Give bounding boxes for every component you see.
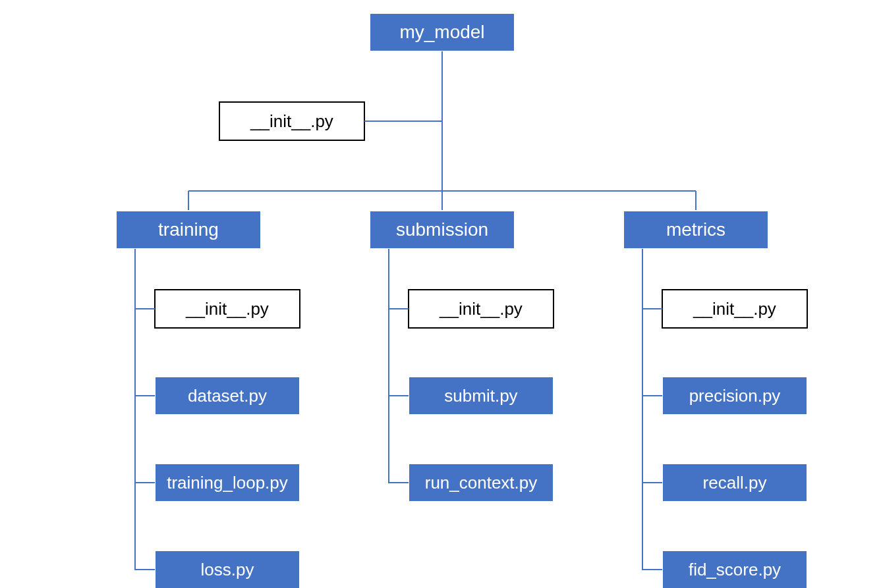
file-metrics-0-label: precision.py <box>689 386 781 406</box>
file-training-2: loss.py <box>155 550 300 588</box>
file-metrics-init-label: __init__.py <box>693 299 776 319</box>
file-training-0-label: dataset.py <box>188 386 267 406</box>
folder-submission: submission <box>370 211 515 249</box>
file-metrics-1: recall.py <box>662 464 807 502</box>
folder-training: training <box>116 211 261 249</box>
file-metrics-2-label: fid_score.py <box>689 560 781 579</box>
file-root-init-label: __init__.py <box>250 111 333 131</box>
file-metrics-2: fid_score.py <box>662 550 807 588</box>
file-submission-init: __init__.py <box>409 290 554 328</box>
file-submission-init-label: __init__.py <box>439 299 523 319</box>
folder-training-label: training <box>158 219 219 240</box>
folder-root-label: my_model <box>399 22 484 42</box>
file-training-0: dataset.py <box>155 377 300 415</box>
folder-metrics-label: metrics <box>666 219 725 240</box>
file-training-init: __init__.py <box>155 290 300 328</box>
file-root-init: __init__.py <box>219 102 364 140</box>
file-training-2-label: loss.py <box>201 560 254 579</box>
file-submission-1-label: run_context.py <box>425 473 538 493</box>
file-metrics-init: __init__.py <box>662 290 807 328</box>
folder-root: my_model <box>370 13 515 51</box>
folder-metrics: metrics <box>623 211 768 249</box>
file-training-1-label: training_loop.py <box>167 473 288 493</box>
file-training-init-label: __init__.py <box>185 299 269 319</box>
file-metrics-1-label: recall.py <box>703 473 767 493</box>
file-metrics-0: precision.py <box>662 377 807 415</box>
file-submission-0-label: submit.py <box>444 386 517 406</box>
file-training-1: training_loop.py <box>155 464 300 502</box>
folder-submission-label: submission <box>396 219 488 240</box>
file-submission-1: run_context.py <box>409 464 554 502</box>
file-submission-0: submit.py <box>409 377 554 415</box>
